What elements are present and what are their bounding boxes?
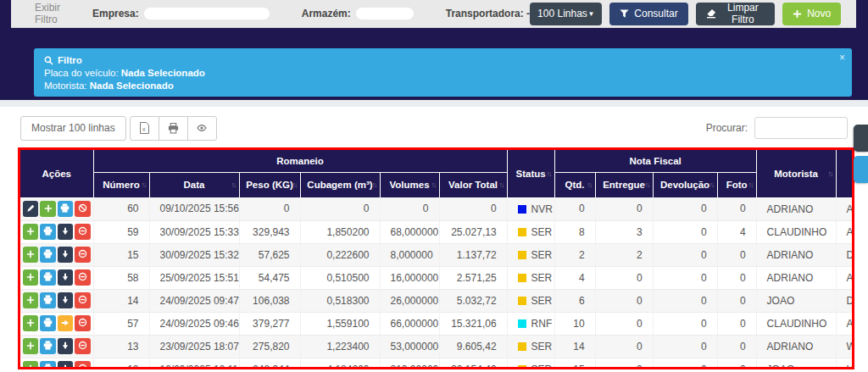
plus-icon [26,248,35,261]
procurar-input[interactable] [754,117,848,139]
cell-cubagem: 1,223400 [300,335,380,358]
cell-foto: 0 [717,266,756,289]
sort-icon: ↑↓ [547,169,551,178]
exibir-filtro-link[interactable]: Exibir Filtro [35,2,60,25]
remove-action-button[interactable] [75,224,90,240]
print-action-button[interactable] [40,292,55,308]
cell-valor-total: 9.605,42 [439,335,507,358]
remove-action-button[interactable] [75,315,90,331]
table-row: 6009/10/2025 15:56:020000NVR0000ADRIANOA [20,197,854,220]
close-icon[interactable]: × [839,52,845,64]
export-excel-button[interactable]: x [130,116,159,141]
download-action-button[interactable] [58,224,73,240]
print-action-button[interactable] [40,361,55,369]
add-action-button[interactable] [23,292,38,308]
download-action-button[interactable] [58,292,73,308]
add-action-button[interactable] [23,361,38,369]
header-foto[interactable]: Foto↑↓ [717,172,756,197]
consultar-button[interactable]: Consultar [609,3,687,25]
add-action-button[interactable] [23,247,38,263]
search-icon [44,56,53,65]
cell-status: SER [507,220,554,243]
add-action-button[interactable] [23,269,38,286]
remove-action-button[interactable] [75,361,90,369]
edit-action-button[interactable] [23,201,38,217]
right-edge-toggle-blue[interactable] [854,156,868,183]
cell-placa: A [836,312,854,335]
print-action-button[interactable] [58,201,73,217]
header-peso[interactable]: Peso (KG)↑↓ [239,172,300,197]
romaneios-table: Ações Romaneio Status↑↓ Nota Fiscal Moto… [20,150,854,369]
header-data[interactable]: Data↑↓ [149,172,239,197]
cell-data: 10/09/2025 16:11:18 [149,358,239,369]
cell-placa: H [836,358,854,369]
cell-motorista: ADRIANO [756,197,836,220]
sort-icon: ↑↓ [231,180,236,189]
header-placa[interactable]: Pl [836,150,854,197]
status-color-square [518,365,526,370]
cell-peso: 648,044 [239,358,300,369]
printer-icon [43,340,53,353]
add-action-button[interactable] [40,201,55,217]
header-motorista[interactable]: Motorista↑↓ [756,150,836,197]
remove-action-button[interactable] [75,292,90,308]
page-content: Mostrar 100 linhas x Procurar: [0,100,868,372]
remove-action-button[interactable] [75,269,90,286]
header-valor-total[interactable]: Valor Total↑↓ [439,172,507,197]
header-qtd[interactable]: Qtd.↑↓ [554,172,595,197]
cell-placa: D [836,289,854,312]
header-volumes[interactable]: Volumes↑↓ [380,172,439,197]
remove-action-button[interactable] [75,338,90,354]
forward-action-button[interactable] [58,315,73,331]
add-action-button[interactable] [23,315,38,331]
header-cubagem[interactable]: Cubagem (m³)↑↓ [300,172,380,197]
remove-action-button[interactable] [75,247,90,263]
download-action-button[interactable] [58,269,73,286]
plus-icon [44,203,53,215]
cell-qtd: 0 [554,197,595,220]
search-area: Procurar: [706,117,848,139]
cell-status: SER [507,358,554,369]
cell-status: SER [507,335,554,358]
print-action-button[interactable] [40,247,55,263]
cell-entregue: 3 [595,220,653,243]
cell-valor-total: 30.154,40 [439,358,507,369]
print-button[interactable] [159,116,188,141]
cell-numero: 59 [93,220,149,243]
novo-button[interactable]: Novo [782,3,841,25]
minus-circle-icon [78,317,87,330]
limpar-filtro-button[interactable]: Limpar Filtro [696,3,775,25]
printer-icon [43,363,53,369]
add-action-button[interactable] [23,338,38,354]
right-edge-toggle-dark[interactable] [854,125,868,152]
download-action-button[interactable] [58,338,73,354]
mostrar-linhas-button[interactable]: Mostrar 100 linhas [20,116,126,141]
cell-data: 30/09/2025 15:32:07 [149,243,239,266]
cell-peso: 57,625 [239,243,300,266]
print-action-button[interactable] [40,269,55,286]
ban-action-button[interactable] [75,201,90,217]
column-visibility-button[interactable] [187,116,217,141]
cell-motorista: CLAUDINHO [756,220,836,243]
print-action-button[interactable] [40,315,55,331]
cell-devolucao: 0 [653,289,717,312]
print-action-button[interactable] [40,338,55,354]
app-header: Exibir Filtro Empresa: Armazém: Transpor… [0,0,868,100]
download-action-button[interactable] [58,361,73,369]
filter-motorista-value: Nada Selecionado [90,81,174,91]
empresa-value-redacted [144,8,270,19]
cell-numero: 60 [93,197,149,220]
header-entregue[interactable]: Entregue↑↓ [595,172,653,197]
add-action-button[interactable] [23,224,38,240]
status-color-square [518,319,526,328]
header-numero[interactable]: Número↑↓ [93,172,149,197]
header-status[interactable]: Status↑↓ [507,150,554,197]
download-action-button[interactable] [58,247,73,263]
cell-peso: 275,820 [239,335,300,358]
header-devolucao[interactable]: Devolução↑↓ [653,172,717,197]
linhas-select[interactable]: 100 Linhas ▼ [530,3,602,25]
cell-devolucao: 0 [653,220,717,243]
arrow-down-icon [61,340,70,353]
print-action-button[interactable] [40,224,55,240]
cell-devolucao: 0 [653,266,717,289]
